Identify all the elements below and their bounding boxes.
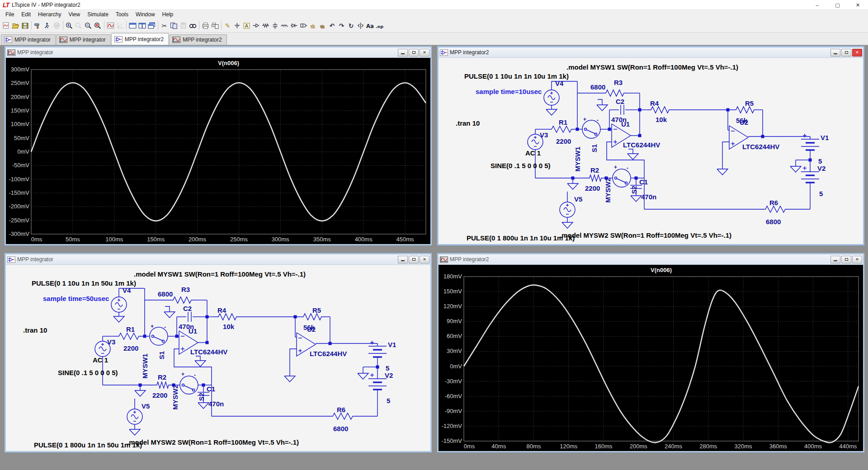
rotate-button[interactable]: ↻ bbox=[346, 20, 356, 31]
child-titlebar[interactable]: MPP integrator2 ✕ bbox=[439, 254, 863, 265]
toolbar-separator bbox=[156, 21, 160, 31]
undo-button[interactable]: ↶ bbox=[327, 20, 337, 31]
comment-sample-time: sample time=50usec bbox=[43, 295, 109, 302]
run-button[interactable] bbox=[42, 20, 52, 31]
print bbox=[202, 22, 209, 29]
menu-window[interactable]: Window bbox=[132, 10, 159, 19]
menu-file[interactable]: File bbox=[2, 10, 18, 19]
child-titlebar[interactable]: MPP integrator ✕ bbox=[6, 254, 430, 265]
inductor-button[interactable] bbox=[280, 20, 289, 31]
child-minimize-button[interactable] bbox=[398, 49, 408, 56]
label-button[interactable]: A bbox=[242, 20, 251, 31]
cut-button[interactable]: ✂ bbox=[160, 20, 169, 31]
menu-hierarchy[interactable]: Hierarchy bbox=[34, 10, 65, 19]
plot-settings-button[interactable] bbox=[106, 20, 115, 31]
text-button[interactable]: Aa bbox=[365, 20, 375, 31]
schematic-canvas[interactable]: .model MYSW1 SW(Ron=1 Roff=100Meg Vt=.5 … bbox=[439, 58, 863, 244]
zoom-full-button[interactable] bbox=[93, 20, 103, 31]
value-v5-pulse: PULSE(0 1 800u 1n 1n 50u 1m 1k) bbox=[34, 441, 142, 449]
port-button[interactable] bbox=[251, 20, 261, 31]
schematic-icon bbox=[4, 37, 12, 43]
app-titlebar[interactable]: LT LTspice IV - MPP integrator2 – ▢ ✕ bbox=[0, 0, 868, 10]
value-v4-pulse: PULSE(0 1 10u 1n 1n 10u 1m 1k) bbox=[464, 72, 569, 80]
tab-mpp-integrator-plot[interactable]: MPP integrator bbox=[56, 34, 111, 45]
child-restore-button[interactable] bbox=[409, 256, 419, 263]
svg-text:V3: V3 bbox=[540, 131, 548, 139]
waveform-plot-canvas[interactable]: 180mV150mV120mV90mV60mV30mV0mV-30mV-60mV… bbox=[439, 265, 863, 451]
child-close-button[interactable]: ✕ bbox=[852, 49, 862, 56]
child-close-button[interactable]: ✕ bbox=[420, 256, 429, 263]
tile-horizontal-button[interactable] bbox=[128, 20, 137, 31]
capacitor-button[interactable] bbox=[270, 20, 280, 31]
maximize-button[interactable]: ▢ bbox=[827, 0, 848, 10]
mirror-button[interactable] bbox=[356, 20, 365, 31]
waveform-icon bbox=[440, 256, 448, 263]
component-button[interactable] bbox=[299, 20, 308, 31]
toolbar-separator bbox=[198, 21, 201, 31]
undo: ↶ bbox=[328, 22, 336, 29]
ground-button[interactable] bbox=[232, 20, 242, 31]
x-tick-label: 320ms bbox=[735, 443, 753, 450]
child-minimize-button[interactable] bbox=[830, 49, 840, 56]
schematic-icon bbox=[440, 49, 448, 56]
plot-settings bbox=[107, 22, 114, 29]
child-restore-button[interactable] bbox=[841, 256, 851, 263]
svg-text:5: 5 bbox=[386, 364, 389, 372]
child-window-schematic-integrator2[interactable]: MPP integrator2 ✕ .model MYSW1 SW(Ron=1 … bbox=[437, 46, 864, 245]
close-button[interactable]: ✕ bbox=[848, 0, 868, 10]
save-button[interactable] bbox=[20, 20, 30, 31]
svg-text:LTC6244HV: LTC6244HV bbox=[742, 143, 779, 150]
child-window-plot-integrator[interactable]: MPP integrator ✕ 300mV250mV200mV150mV100… bbox=[5, 46, 432, 245]
wire-button[interactable]: ✎ bbox=[223, 20, 232, 31]
menu-edit[interactable]: Edit bbox=[18, 10, 34, 19]
schematic-icon bbox=[7, 256, 15, 263]
copy-button[interactable] bbox=[169, 20, 179, 31]
tile-vertical-button[interactable] bbox=[137, 20, 147, 31]
tab-label: MPP integrator2 bbox=[125, 36, 164, 42]
svg-text:470n: 470n bbox=[641, 193, 656, 201]
y-tick-label: -150mV bbox=[9, 189, 29, 196]
open-button[interactable] bbox=[11, 20, 20, 31]
y-tick-label: 30mV bbox=[447, 348, 462, 354]
menu-simulate[interactable]: Simulate bbox=[84, 10, 112, 19]
child-close-button[interactable]: ✕ bbox=[852, 256, 862, 263]
menu-view[interactable]: View bbox=[65, 10, 84, 19]
spice-directive-button[interactable]: .op bbox=[375, 20, 384, 31]
child-titlebar[interactable]: MPP integrator2 ✕ bbox=[439, 47, 863, 58]
child-minimize-button[interactable] bbox=[398, 256, 408, 263]
toolbar-separator bbox=[220, 21, 223, 31]
zoom-out-button[interactable] bbox=[84, 20, 93, 31]
print-button[interactable] bbox=[201, 20, 210, 31]
schematic-canvas[interactable]: .model MYSW1 SW(Ron=1 Roff=100Meg Vt=.5 … bbox=[6, 265, 430, 451]
minimize-button[interactable]: – bbox=[807, 0, 827, 10]
x-tick-label: 280ms bbox=[699, 443, 717, 450]
control-panel-button[interactable] bbox=[33, 20, 42, 31]
directive-model-mysw2: .model MYSW2 SW(Ron=1 Roff=100Meg Vt=.5 … bbox=[560, 231, 731, 239]
find-button[interactable] bbox=[188, 20, 198, 31]
menu-tools[interactable]: Tools bbox=[112, 10, 132, 19]
resistor-button[interactable] bbox=[261, 20, 270, 31]
svg-text:LTC6244HV: LTC6244HV bbox=[190, 348, 227, 356]
svg-text:R1: R1 bbox=[126, 325, 135, 333]
child-window-schematic-integrator[interactable]: MPP integrator ✕ .model MYSW1 SW(Ron=1 R… bbox=[5, 253, 432, 452]
cascade-button[interactable] bbox=[147, 20, 156, 31]
tab-label: MPP integrator bbox=[70, 37, 106, 43]
child-restore-button[interactable] bbox=[841, 49, 851, 56]
diode-button[interactable] bbox=[289, 20, 299, 31]
move-button[interactable] bbox=[308, 20, 318, 31]
redo-button[interactable]: ↷ bbox=[337, 20, 346, 31]
tab-mpp-integrator-schematic[interactable]: MPP integrator bbox=[1, 34, 56, 45]
tab-mpp-integrator2-plot[interactable]: MPP integrator2 bbox=[169, 34, 227, 45]
print-preview-button[interactable] bbox=[210, 20, 220, 31]
child-minimize-button[interactable] bbox=[830, 256, 840, 263]
child-close-button[interactable]: ✕ bbox=[420, 49, 429, 56]
child-restore-button[interactable] bbox=[409, 49, 419, 56]
drag-button[interactable] bbox=[318, 20, 327, 31]
waveform-plot-canvas[interactable]: 300mV250mV200mV150mV100mV50mV0mV-50mV-10… bbox=[6, 58, 430, 244]
tab-mpp-integrator2-schematic[interactable]: MPP integrator2 bbox=[111, 33, 169, 45]
new-schematic-button[interactable] bbox=[1, 20, 11, 31]
menu-help[interactable]: Help bbox=[159, 10, 177, 19]
zoom-in-button[interactable] bbox=[65, 20, 74, 31]
child-window-plot-integrator2[interactable]: MPP integrator2 ✕ 180mV150mV120mV90mV60m… bbox=[437, 253, 864, 452]
child-titlebar[interactable]: MPP integrator ✕ bbox=[6, 47, 430, 58]
